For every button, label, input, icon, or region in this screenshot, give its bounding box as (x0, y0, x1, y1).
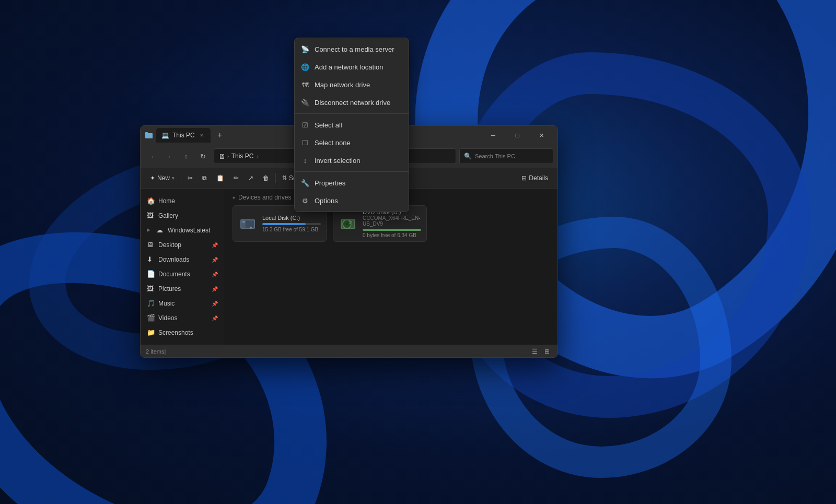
svg-point-11 (346, 223, 348, 225)
tab-close-button[interactable]: ✕ (198, 132, 205, 139)
d-drive-info: DVD Drive (D:) CCCOMA_X64FRE_EN-US_DV9 0… (363, 209, 421, 238)
up-button[interactable]: ↑ (178, 148, 194, 164)
tab-label: This PC (172, 132, 195, 139)
menu-icon-select-none: ☐ (301, 138, 309, 147)
pin-icon: 📌 (212, 242, 218, 248)
menu-label-add-network: Add a network location (315, 63, 384, 71)
explorer-window-icon (145, 131, 153, 139)
new-dropdown-arrow: ▾ (172, 175, 175, 181)
menu-item-disconnect-drive[interactable]: 🔌 Disconnect network drive (295, 93, 409, 111)
sidebar-item-desktop[interactable]: 🖥 Desktop 📌 (143, 238, 222, 252)
folder-icon: 📁 (147, 329, 155, 337)
address-monitor-icon: 🖥 (218, 153, 225, 160)
menu-item-add-network[interactable]: 🌐 Add a network location (295, 58, 409, 76)
d-drive-name-line2: CCCOMA_X64FRE_EN-US_DV9 (363, 215, 421, 227)
separator-1 (181, 173, 181, 183)
pin-icon-4: 📌 (212, 286, 218, 292)
share-button[interactable]: ↗ (244, 171, 258, 185)
menu-item-invert-selection[interactable]: ↕ Invert selection (295, 151, 409, 169)
minimize-button[interactable]: ─ (481, 126, 505, 145)
maximize-button[interactable]: □ (505, 126, 529, 145)
delete-button[interactable]: 🗑 (259, 171, 273, 185)
cloud-icon: ☁ (156, 226, 165, 235)
address-separator-2: › (257, 153, 259, 159)
c-drive-progress-bar (262, 223, 321, 225)
c-drive-free: 15.3 GB free of 59.1 GB (262, 227, 321, 232)
sidebar-label-gallery: Gallery (158, 212, 178, 219)
separator-2 (275, 173, 276, 183)
details-button[interactable]: ⊟ Details (517, 171, 552, 185)
grid-view-button[interactable]: ⊞ (542, 346, 552, 357)
status-separator: | (164, 348, 166, 355)
sidebar-item-downloads[interactable]: ⬇ Downloads 📌 (143, 252, 222, 267)
menu-icon-connect-media: 📡 (301, 45, 309, 53)
menu-label-select-none: Select none (315, 139, 351, 147)
list-view-button[interactable]: ☰ (529, 346, 540, 357)
section-toggle[interactable]: ▾ (233, 195, 235, 201)
back-button[interactable]: ‹ (145, 148, 160, 164)
copy-icon: ⧉ (202, 174, 207, 182)
share-icon: ↗ (248, 174, 253, 182)
menu-icon-select-all: ☑ (301, 121, 309, 129)
rename-button[interactable]: ✏ (229, 171, 243, 185)
sidebar-item-windowslatest[interactable]: ▶ ☁ WindowsLatest (143, 223, 222, 238)
c-drive-info: Local Disk (C:) 15.3 GB free of 59.1 GB (262, 215, 321, 232)
sidebar-item-pictures[interactable]: 🖼 Pictures 📌 (143, 282, 222, 296)
section-title: Devices and drives (238, 194, 291, 201)
menu-icon-invert-selection: ↕ (301, 156, 309, 165)
menu-item-select-none[interactable]: ☐ Select none (295, 134, 409, 151)
sidebar-item-gallery[interactable]: 🖼 Gallery (143, 208, 222, 223)
sidebar-item-screenshots[interactable]: 📁 Screenshots (143, 325, 222, 340)
svg-rect-2 (145, 132, 148, 134)
delete-icon: 🗑 (263, 174, 269, 182)
status-text: 2 items (146, 348, 164, 355)
sort-icon: ⇅ (282, 174, 287, 181)
status-bar: 2 items | ☰ ⊞ (141, 345, 558, 357)
status-view-controls: ☰ ⊞ (529, 346, 552, 357)
sidebar-label-videos: Videos (158, 314, 177, 322)
close-button[interactable]: ✕ (529, 126, 553, 145)
search-bar[interactable]: 🔍 Search This PC (459, 148, 553, 164)
pin-icon-2: 📌 (212, 257, 218, 263)
sidebar-quick-access: 🏠 Home 🖼 Gallery ▶ ☁ WindowsLatest 🖥 Des… (141, 192, 224, 342)
menu-item-map-drive[interactable]: 🗺 Map network drive (295, 76, 409, 93)
home-icon: 🏠 (147, 197, 155, 205)
refresh-button[interactable]: ↻ (195, 148, 211, 164)
menu-item-select-all[interactable]: ☑ Select all (295, 116, 409, 134)
menu-item-options[interactable]: ⚙ Options (295, 192, 409, 209)
pin-icon-3: 📌 (212, 272, 218, 277)
sidebar-label-downloads: Downloads (158, 256, 189, 263)
divider1 (295, 113, 409, 114)
sidebar-label-documents: Documents (158, 271, 190, 278)
menu-icon-disconnect-drive: 🔌 (301, 98, 309, 107)
sidebar-item-documents[interactable]: 📄 Documents 📌 (143, 267, 222, 282)
paste-icon: 📋 (216, 174, 224, 182)
tab-this-pc[interactable]: 💻 This PC ✕ (156, 128, 211, 143)
c-drive-progress-fill (262, 223, 306, 225)
sidebar-item-music[interactable]: 🎵 Music 📌 (143, 296, 222, 311)
cut-button[interactable]: ✂ (183, 171, 197, 185)
pin-icon-6: 📌 (212, 315, 218, 321)
menu-item-connect-media[interactable]: 📡 Connect to a media server (295, 40, 409, 58)
menu-icon-add-network: 🌐 (301, 63, 309, 71)
d-drive-progress-bar (363, 229, 421, 231)
window-controls: ─ □ ✕ (481, 126, 553, 145)
divider2 (295, 171, 409, 172)
d-drive-progress-fill (363, 229, 421, 231)
c-drive-name: Local Disk (C:) (262, 215, 321, 221)
sidebar-item-home[interactable]: 🏠 Home (143, 194, 222, 208)
new-button[interactable]: ✦ New ▾ (146, 171, 179, 185)
videos-icon: 🎬 (147, 314, 155, 322)
sidebar-label-windowslatest: WindowsLatest (168, 227, 210, 234)
menu-item-properties[interactable]: 🔧 Properties (295, 174, 409, 192)
menu-label-map-drive: Map network drive (315, 81, 370, 89)
search-placeholder: Search This PC (475, 153, 515, 159)
copy-button[interactable]: ⧉ (198, 171, 211, 185)
details-icon: ⊟ (521, 174, 527, 182)
forward-button[interactable]: › (161, 148, 177, 164)
address-this-pc: This PC (231, 153, 254, 160)
menu-icon-options: ⚙ (301, 196, 309, 205)
sidebar-item-videos[interactable]: 🎬 Videos 📌 (143, 311, 222, 325)
paste-button[interactable]: 📋 (212, 171, 228, 185)
new-tab-button[interactable]: + (213, 128, 227, 143)
